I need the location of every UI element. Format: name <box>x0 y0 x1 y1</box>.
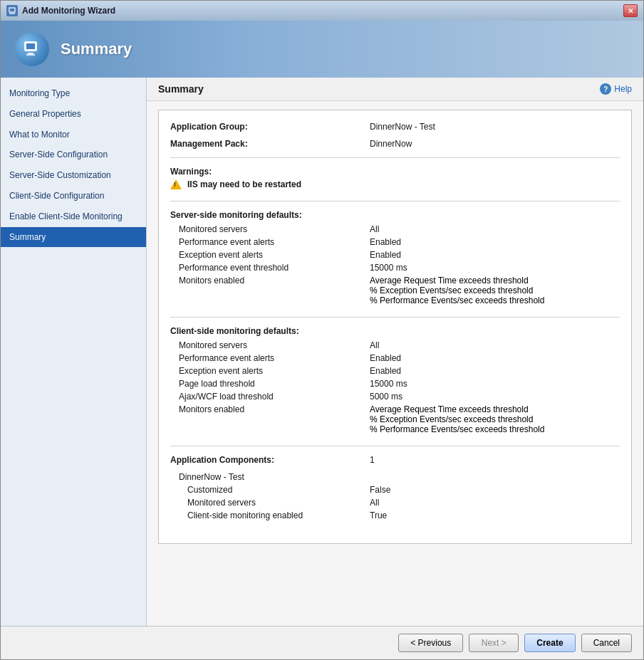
client-monitor-value-1: Average Request Time exceeds threshold <box>370 404 544 414</box>
app-components-row: Application Components: 1 <box>170 455 620 465</box>
app-components-value: 1 <box>370 455 375 465</box>
next-button[interactable]: Next > <box>469 634 519 652</box>
management-pack-row: Management Pack: DinnerNow <box>170 139 620 149</box>
server-monitors-enabled-values: Average Request Time exceeds threshold %… <box>370 276 544 305</box>
sidebar-item-server-side-custom[interactable]: Server-Side Customization <box>1 165 146 186</box>
client-monitors-enabled-label: Monitors enabled <box>179 404 370 414</box>
summary-box: Application Group: DinnerNow - Test Mana… <box>147 101 643 626</box>
divider-2 <box>170 201 620 201</box>
app-name-row: DinnerNow - Test <box>170 472 620 482</box>
client-page-load-label: Page load threshold <box>179 379 370 389</box>
divider-4 <box>170 446 620 446</box>
sidebar-item-monitoring-type[interactable]: Monitoring Type <box>1 83 146 104</box>
server-monitored-servers-label: Monitored servers <box>179 224 370 234</box>
client-ajax-row: Ajax/WCF load threshold 5000 ms <box>170 392 620 402</box>
sidebar-item-server-side-config[interactable]: Server-Side Configuration <box>1 145 146 165</box>
title-bar-controls: ✕ <box>623 4 638 17</box>
svg-rect-4 <box>28 53 33 54</box>
client-perf-alerts-row: Performance event alerts Enabled <box>170 353 620 363</box>
warning-message: IIS may need to be restarted <box>187 179 301 189</box>
client-monitoring-enabled-row: Client-side monitoring enabled True <box>170 510 620 520</box>
content-header: Summary ? Help <box>147 78 643 101</box>
main-window: Add Monitoring Wizard ✕ Summary Monitori… <box>0 0 644 660</box>
server-monitor-value-1: Average Request Time exceeds threshold <box>370 276 544 286</box>
window-title: Add Monitoring Wizard <box>22 6 115 16</box>
divider-1 <box>170 157 620 158</box>
sidebar: Monitoring Type General Properties What … <box>1 78 147 626</box>
client-perf-alerts-label: Performance event alerts <box>179 353 370 363</box>
management-pack-label: Management Pack: <box>170 139 370 149</box>
divider-3 <box>170 317 620 318</box>
client-exception-alerts-value: Enabled <box>370 366 401 376</box>
comp-monitored-servers-value: All <box>370 498 379 508</box>
previous-button[interactable]: < Previous <box>398 634 463 652</box>
client-page-load-row: Page load threshold 15000 ms <box>170 379 620 389</box>
server-exception-alerts-value: Enabled <box>370 250 401 260</box>
server-monitored-servers-value: All <box>370 224 379 234</box>
warnings-label: Warnings: <box>170 167 620 177</box>
server-side-section: Server-side monitoring defaults: Monitor… <box>170 210 620 305</box>
wizard-icon <box>15 32 49 66</box>
help-link[interactable]: ? Help <box>600 83 632 95</box>
server-monitor-value-3: % Performance Events/sec exceeds thresho… <box>370 295 544 305</box>
application-group-value: DinnerNow - Test <box>370 122 435 132</box>
client-monitored-servers-label: Monitored servers <box>179 340 370 350</box>
server-monitors-enabled-label: Monitors enabled <box>179 276 370 286</box>
customized-row: Customized False <box>170 485 620 495</box>
footer: < Previous Next > Create Cancel <box>1 626 643 659</box>
client-monitor-value-3: % Performance Events/sec exceeds thresho… <box>370 424 544 434</box>
content-title: Summary <box>158 83 204 95</box>
svg-rect-0 <box>9 8 15 12</box>
comp-monitored-servers-label: Monitored servers <box>179 498 370 508</box>
warning-triangle-icon <box>170 179 182 189</box>
svg-rect-5 <box>26 54 35 56</box>
client-monitor-value-2: % Exception Events/sec exceeds threshold <box>370 414 544 424</box>
client-monitoring-enabled-label: Client-side monitoring enabled <box>179 510 370 520</box>
client-monitoring-enabled-value: True <box>370 510 387 520</box>
server-monitor-value-2: % Exception Events/sec exceeds threshold <box>370 286 544 295</box>
title-bar: Add Monitoring Wizard ✕ <box>1 1 643 21</box>
application-group-label: Application Group: <box>170 122 370 132</box>
close-button[interactable]: ✕ <box>623 4 638 17</box>
server-perf-alerts-row: Performance event alerts Enabled <box>170 237 620 247</box>
sidebar-item-general-properties[interactable]: General Properties <box>1 104 146 125</box>
client-perf-alerts-value: Enabled <box>370 353 401 363</box>
server-perf-threshold-row: Performance event threshold 15000 ms <box>170 263 620 273</box>
client-page-load-value: 15000 ms <box>370 379 407 389</box>
sidebar-item-what-to-monitor[interactable]: What to Monitor <box>1 125 146 145</box>
server-exception-alerts-label: Exception event alerts <box>179 250 370 260</box>
client-monitored-servers-value: All <box>370 340 379 350</box>
client-side-title: Client-side monitoring defaults: <box>170 326 620 336</box>
client-monitored-servers-row: Monitored servers All <box>170 340 620 350</box>
comp-monitored-servers-row: Monitored servers All <box>170 498 620 508</box>
header-area: Summary <box>1 21 643 78</box>
create-button[interactable]: Create <box>524 634 575 652</box>
server-monitors-enabled-row: Monitors enabled Average Request Time ex… <box>170 276 620 305</box>
application-group-row: Application Group: DinnerNow - Test <box>170 122 620 132</box>
server-exception-alerts-row: Exception event alerts Enabled <box>170 250 620 260</box>
svg-rect-3 <box>26 43 35 49</box>
summary-inner: Application Group: DinnerNow - Test Mana… <box>158 110 632 544</box>
client-ajax-label: Ajax/WCF load threshold <box>179 392 370 402</box>
client-exception-alerts-label: Exception event alerts <box>179 366 370 376</box>
server-perf-alerts-label: Performance event alerts <box>179 237 370 247</box>
sidebar-item-client-side-config[interactable]: Client-Side Configuration <box>1 186 146 206</box>
client-monitors-enabled-values: Average Request Time exceeds threshold %… <box>370 404 544 434</box>
client-side-section: Client-side monitoring defaults: Monitor… <box>170 326 620 434</box>
title-bar-left: Add Monitoring Wizard <box>6 5 115 16</box>
main-area: Monitoring Type General Properties What … <box>1 78 643 626</box>
app-name-label: DinnerNow - Test <box>179 472 370 482</box>
management-pack-value: DinnerNow <box>370 139 412 149</box>
client-exception-alerts-row: Exception event alerts Enabled <box>170 366 620 376</box>
cancel-button[interactable]: Cancel <box>581 634 632 652</box>
sidebar-item-summary[interactable]: Summary <box>1 227 146 248</box>
sidebar-item-enable-client-side[interactable]: Enable Client-Side Monitoring <box>1 206 146 227</box>
server-perf-threshold-value: 15000 ms <box>370 263 407 273</box>
client-monitors-enabled-row: Monitors enabled Average Request Time ex… <box>170 404 620 434</box>
help-label: Help <box>614 84 632 94</box>
header-title: Summary <box>61 40 132 58</box>
warning-text: IIS may need to be restarted <box>170 179 620 189</box>
server-perf-threshold-label: Performance event threshold <box>179 263 370 273</box>
warnings-section: Warnings: IIS may need to be restarted <box>170 167 620 189</box>
app-components-label: Application Components: <box>170 455 370 465</box>
